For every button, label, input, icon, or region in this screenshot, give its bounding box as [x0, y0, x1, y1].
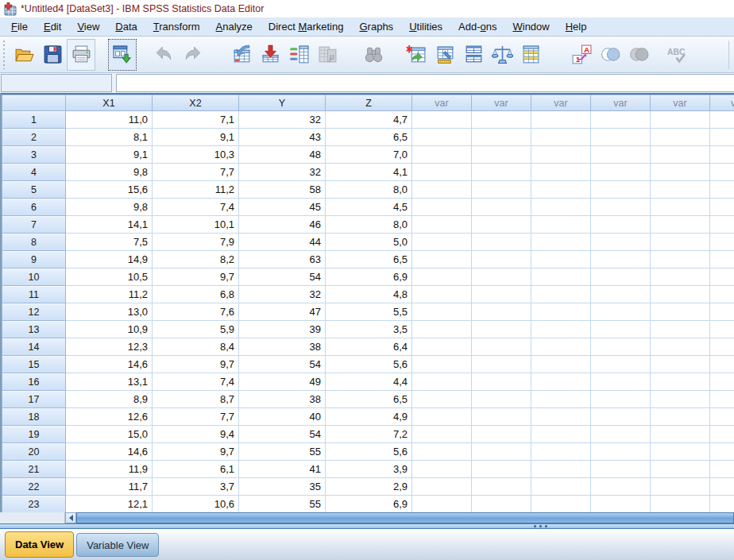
cell[interactable]: [710, 146, 734, 164]
cell[interactable]: [710, 338, 734, 356]
find-button[interactable]: [359, 39, 388, 71]
menu-item-help[interactable]: Help: [558, 18, 595, 35]
cell[interactable]: [412, 443, 472, 461]
save-file-button[interactable]: [38, 39, 67, 71]
cell[interactable]: 3,9: [326, 461, 412, 478]
cell[interactable]: [651, 234, 710, 251]
cell[interactable]: [472, 443, 531, 461]
cell[interactable]: [472, 478, 531, 496]
cell[interactable]: [472, 129, 531, 146]
cell[interactable]: [710, 461, 734, 478]
cell[interactable]: [472, 234, 531, 251]
menu-item-data[interactable]: Data: [107, 18, 145, 35]
insert-cases-button[interactable]: [402, 39, 431, 71]
open-file-button[interactable]: [10, 39, 38, 71]
cell[interactable]: [710, 426, 734, 443]
column-header-var-5[interactable]: var: [651, 95, 710, 111]
cell[interactable]: [472, 251, 531, 268]
use-variable-sets-button[interactable]: [596, 39, 624, 71]
cell[interactable]: [651, 356, 710, 373]
cell[interactable]: [412, 461, 472, 478]
menu-item-direct-marketing[interactable]: Direct Marketing: [261, 18, 352, 35]
cell[interactable]: 14,1: [66, 216, 153, 234]
row-header-17[interactable]: 17: [2, 391, 66, 408]
row-header-9[interactable]: 9: [2, 251, 66, 268]
cell[interactable]: [591, 251, 651, 268]
cell[interactable]: [472, 461, 531, 478]
cell[interactable]: 11,7: [66, 478, 153, 496]
cell[interactable]: 5,0: [326, 234, 412, 251]
cell[interactable]: [591, 129, 651, 146]
cell[interactable]: [710, 251, 734, 268]
cell[interactable]: [531, 181, 591, 199]
cell[interactable]: [412, 356, 472, 373]
cell[interactable]: [591, 321, 651, 338]
row-header-13[interactable]: 13: [2, 321, 66, 338]
cell[interactable]: [412, 338, 472, 356]
cell[interactable]: [472, 373, 531, 391]
cell[interactable]: [651, 373, 710, 391]
cell[interactable]: [591, 338, 651, 356]
cell[interactable]: [591, 216, 651, 234]
row-header-10[interactable]: 10: [2, 268, 66, 286]
column-header-var-1[interactable]: var: [412, 95, 472, 111]
column-header-var-2[interactable]: var: [472, 95, 531, 111]
cell[interactable]: [412, 496, 472, 513]
select-cases-button[interactable]: [516, 39, 545, 71]
cell[interactable]: [472, 496, 531, 513]
cell[interactable]: [651, 129, 710, 146]
cell[interactable]: 4,7: [326, 111, 412, 129]
cell[interactable]: [531, 234, 591, 251]
row-header-11[interactable]: 11: [2, 286, 66, 303]
cell[interactable]: [412, 426, 472, 443]
cell[interactable]: [651, 181, 710, 199]
row-header-18[interactable]: 18: [2, 408, 66, 426]
cell[interactable]: [591, 373, 651, 391]
cell[interactable]: [472, 356, 531, 373]
cell[interactable]: [412, 268, 472, 286]
cell[interactable]: [710, 303, 734, 321]
menu-item-window[interactable]: Window: [504, 18, 557, 35]
cell[interactable]: [531, 286, 591, 303]
row-header-20[interactable]: 20: [2, 443, 66, 461]
cell[interactable]: 8,9: [66, 391, 153, 408]
cell[interactable]: [710, 408, 734, 426]
column-header-x1[interactable]: X1: [66, 95, 153, 111]
cell[interactable]: [591, 408, 651, 426]
cell[interactable]: 8,0: [326, 181, 412, 199]
cell[interactable]: 10,1: [153, 216, 239, 234]
cell[interactable]: [710, 234, 734, 251]
cell[interactable]: 12,6: [66, 408, 153, 426]
value-labels-button[interactable]: A 1: [567, 39, 596, 71]
tab-data-view[interactable]: Data View: [5, 531, 74, 558]
cell[interactable]: [591, 461, 651, 478]
cell[interactable]: [412, 234, 472, 251]
cell[interactable]: [472, 338, 531, 356]
cell[interactable]: 6,5: [326, 391, 412, 408]
cell-editor-input[interactable]: [116, 74, 734, 92]
cell[interactable]: 43: [239, 129, 326, 146]
cell[interactable]: 4,4: [326, 373, 412, 391]
cell[interactable]: 8,0: [326, 216, 412, 234]
cell[interactable]: 5,9: [153, 321, 239, 338]
cell[interactable]: [591, 234, 651, 251]
cell[interactable]: 13,0: [66, 303, 153, 321]
row-header-8[interactable]: 8: [2, 234, 66, 251]
cell[interactable]: 11,2: [153, 181, 239, 199]
cell[interactable]: [710, 216, 734, 234]
cell[interactable]: 4,1: [326, 164, 412, 181]
cell[interactable]: [531, 251, 591, 268]
cell[interactable]: 54: [239, 426, 326, 443]
menu-item-graphs[interactable]: Graphs: [351, 18, 401, 35]
goto-variable-button[interactable]: [256, 39, 284, 71]
cell[interactable]: 54: [239, 356, 326, 373]
cell[interactable]: 58: [239, 181, 326, 199]
cell[interactable]: [710, 199, 734, 216]
cell[interactable]: [651, 303, 710, 321]
cell[interactable]: 15,6: [66, 181, 153, 199]
cell[interactable]: 6,9: [326, 496, 412, 513]
cell[interactable]: [710, 181, 734, 199]
cell[interactable]: [531, 303, 591, 321]
cell[interactable]: [710, 286, 734, 303]
cell[interactable]: [651, 408, 710, 426]
